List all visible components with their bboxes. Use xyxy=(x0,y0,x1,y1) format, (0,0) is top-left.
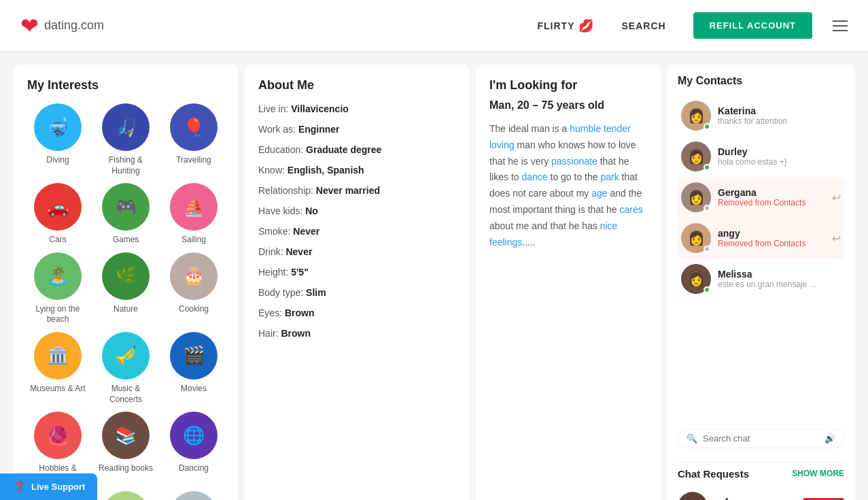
interest-item[interactable]: ⛵ Sailing xyxy=(163,183,224,246)
nav-search[interactable]: SEARCH xyxy=(621,20,665,31)
undo-button[interactable]: ↩ xyxy=(832,232,841,245)
interest-label: Nature xyxy=(114,304,138,315)
interest-item[interactable]: 🏝️ Lying on the beach xyxy=(27,252,88,325)
interest-label: Diving xyxy=(46,155,69,166)
contact-item[interactable]: 👩 Melissa este es un gran mensaje ... xyxy=(678,259,844,299)
looking-for-description: The ideal man is a humble tender loving … xyxy=(489,121,647,250)
hamburger-line-3 xyxy=(833,30,848,31)
interest-icon: 📚 xyxy=(102,412,150,459)
contact-name: Gergana xyxy=(718,187,825,198)
contact-name: Durley xyxy=(718,146,841,157)
interests-grid: 🤿 Diving 🎣 Fishing & Hunting 🎈 Travellin… xyxy=(27,103,224,500)
interest-item[interactable]: 🎮 Games xyxy=(95,183,156,246)
hamburger-line-1 xyxy=(833,20,848,22)
about-row: Live in: Villavicencio xyxy=(258,103,455,114)
interest-item[interactable]: 🎈 Travelling xyxy=(163,103,224,176)
nav-flirty[interactable]: FLIRTY 💋 xyxy=(537,18,594,33)
avatar-wrap: 👩 xyxy=(681,182,711,212)
interest-item[interactable]: 🎂 Cooking xyxy=(163,252,224,325)
contact-info: angy Removed from Contacts xyxy=(718,228,825,248)
interest-label: Movies xyxy=(181,384,207,395)
about-fields: Live in: VillavicencioWork as: EnginnerE… xyxy=(258,103,455,339)
avatar-wrap: 👩 xyxy=(678,492,708,500)
online-dot xyxy=(704,123,710,130)
chat-requests-header: Chat Requests SHOW MORE xyxy=(678,468,844,480)
live-support-button[interactable]: ❓ Live Support xyxy=(0,473,97,500)
about-row: Hair: Brown xyxy=(258,328,455,339)
about-me-title: About Me xyxy=(258,78,455,93)
main-layout: My Interests 🤿 Diving 🎣 Fishing & Huntin… xyxy=(0,51,868,500)
interest-item[interactable]: 🎺 Music & Concerts xyxy=(95,332,156,405)
interest-item[interactable]: 🚗 Cars xyxy=(27,183,88,246)
interest-label: Sailing xyxy=(181,235,206,246)
logo-heart-icon: ❤ xyxy=(20,15,39,37)
avatar-wrap: 👩 xyxy=(681,264,711,294)
interests-title: My Interests xyxy=(27,78,224,93)
divider xyxy=(678,462,844,463)
interest-icon: 🎣 xyxy=(102,103,150,151)
contacts-list: 👩 Katerina thanks for attention 👩 Durley… xyxy=(678,95,844,420)
contact-message: este es un gran mensaje ... xyxy=(718,280,841,289)
contact-item[interactable]: 👩 Katerina thanks for attention xyxy=(678,95,844,136)
interest-item[interactable]: 🌿 Nature xyxy=(95,252,156,325)
undo-button[interactable]: ↩ xyxy=(832,191,841,204)
interest-label: Cars xyxy=(49,235,66,246)
logo-text: dating.com xyxy=(44,18,104,33)
looking-for-subtitle: Man, 20 – 75 years old xyxy=(489,99,647,112)
contact-item[interactable]: 👩 angy Removed from Contacts ↩ xyxy=(678,218,844,259)
about-row: Relationship: Never married xyxy=(258,185,455,196)
interest-icon: 🧶 xyxy=(34,412,82,459)
interest-item[interactable]: 🎬 Movies xyxy=(163,332,224,405)
interest-item[interactable]: 🤿 Diving xyxy=(27,103,88,176)
interest-icon: 🔮 xyxy=(170,491,218,500)
chat-requests-title: Chat Requests xyxy=(678,468,749,480)
contact-message: Removed from Contacts xyxy=(718,198,825,207)
about-row: Eyes: Brown xyxy=(258,307,455,318)
interest-item[interactable]: ⚽ Sports xyxy=(95,491,156,500)
interest-icon: 🤿 xyxy=(34,103,82,151)
interest-icon: 🌿 xyxy=(102,252,150,300)
show-more-button[interactable]: SHOW MORE xyxy=(792,469,844,478)
interest-item[interactable]: 🏛️ Museums & Art xyxy=(27,332,88,405)
about-me-panel: About Me Live in: VillavicencioWork as: … xyxy=(245,65,469,500)
online-dot xyxy=(704,286,710,293)
app-header: ❤ dating.com FLIRTY 💋 SEARCH REFILL ACCO… xyxy=(0,0,868,51)
about-row: Know: English, Spanish xyxy=(258,165,455,176)
interest-item[interactable]: 📚 Reading books xyxy=(95,412,156,484)
reply-button[interactable]: Reply xyxy=(803,498,844,500)
interest-icon: 🎂 xyxy=(170,252,218,300)
right-panel: My Contacts 👩 Katerina thanks for attent… xyxy=(667,65,854,500)
about-row: Smoke: Never xyxy=(258,226,455,237)
chat-requests-list: 👩 safaa Would you break the Reply 👩 Vikt… xyxy=(678,486,844,500)
avatar-wrap: 👩 xyxy=(681,101,711,131)
logo[interactable]: ❤ dating.com xyxy=(20,15,104,37)
support-icon: ❓ xyxy=(12,480,26,493)
main-nav: FLIRTY 💋 SEARCH REFILL ACCOUNT xyxy=(537,12,812,39)
about-row: Body type: Slim xyxy=(258,287,455,298)
about-row: Have kids: No xyxy=(258,205,455,216)
about-row: Drink: Never xyxy=(258,246,455,257)
interest-label: Travelling xyxy=(176,155,211,166)
interest-icon: 🏝️ xyxy=(34,252,82,300)
interest-icon: 🎬 xyxy=(170,332,218,380)
interest-item[interactable]: 🌐 Dancing xyxy=(163,412,224,484)
interest-label: Reading books xyxy=(99,463,153,474)
contact-info: safaa Would you break the xyxy=(714,497,796,500)
looking-for-title: I'm Looking for xyxy=(489,78,647,93)
interest-item[interactable]: 🔮 Meditation & Yoga xyxy=(163,491,224,500)
refill-account-button[interactable]: REFILL ACCOUNT xyxy=(693,12,812,39)
contact-item[interactable]: 👩 Durley hola como estas +} xyxy=(678,136,844,177)
interest-item[interactable]: 🎣 Fishing & Hunting xyxy=(95,103,156,176)
interest-icon: ⚽ xyxy=(102,491,150,500)
search-chat-input[interactable] xyxy=(703,433,819,444)
contact-info: Durley hola como estas +} xyxy=(718,146,841,167)
about-row: Height: 5'5" xyxy=(258,267,455,278)
contact-item[interactable]: 👩 Gergana Removed from Contacts ↩ xyxy=(678,177,844,218)
avatar: 👩 xyxy=(678,492,708,500)
interest-icon: 🏛️ xyxy=(34,332,82,380)
search-icon: 🔍 xyxy=(687,433,697,444)
hamburger-menu[interactable] xyxy=(833,20,848,31)
volume-icon: 🔊 xyxy=(824,433,835,444)
hamburger-line-2 xyxy=(833,25,848,27)
contacts-title: My Contacts xyxy=(678,75,844,87)
